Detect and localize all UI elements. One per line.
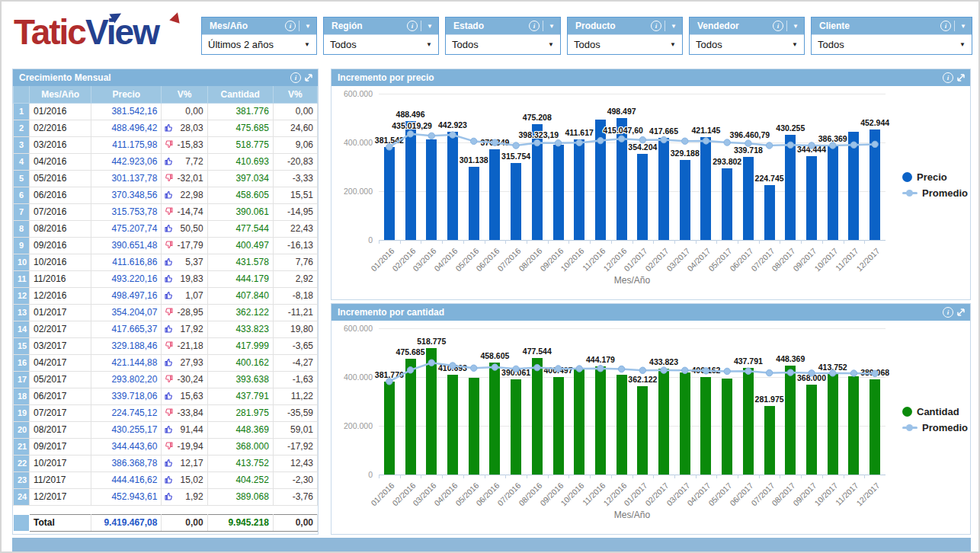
filter-mes-ano-select[interactable]: Últimos 2 años▼: [202, 34, 316, 54]
filter-region-select[interactable]: Todos▼: [324, 34, 438, 54]
precio-bar-06/2016[interactable]: [489, 149, 500, 240]
cantidad-bar-01/2017[interactable]: [637, 386, 648, 475]
promedio-point[interactable]: [745, 140, 751, 146]
collapse-caret-icon[interactable]: ▼: [668, 23, 679, 30]
promedio-point[interactable]: [787, 142, 793, 148]
table-row[interactable]: 2412/2017452.943,611,92389.068-3,76: [14, 488, 318, 505]
table-row[interactable]: 606/2016370.348,5622,98458.60515,51: [14, 187, 318, 203]
cantidad-bar-06/2016[interactable]: [489, 363, 500, 475]
collapse-caret-icon[interactable]: ▼: [790, 23, 801, 30]
legend-item-promedio[interactable]: Promedio: [902, 187, 968, 199]
promedio-point[interactable]: [492, 364, 498, 370]
promedio-point[interactable]: [830, 142, 836, 149]
promedio-point[interactable]: [682, 138, 688, 144]
cantidad-bar-02/2017[interactable]: [658, 369, 669, 475]
promedio-point[interactable]: [513, 366, 519, 372]
table-row[interactable]: 1604/2017421.144,8827,93400.162-4,27: [14, 354, 318, 371]
info-icon[interactable]: i: [529, 21, 540, 31]
promedio-point[interactable]: [766, 369, 772, 376]
promedio-point[interactable]: [576, 139, 582, 145]
table-row[interactable]: 1503/2017329.188,46-21,18417.999-3,65: [14, 337, 318, 354]
precio-bar-09/2016[interactable]: [553, 145, 564, 240]
cantidad-bar-06/2017[interactable]: [743, 368, 754, 475]
cantidad-bar-09/2017[interactable]: [806, 385, 817, 475]
table-row[interactable]: 1301/2017354.204,07-28,95362.122-11,21: [14, 304, 318, 321]
promedio-point[interactable]: [872, 141, 878, 147]
table-row[interactable]: 202/2016488.496,4228,03475.68524,60: [14, 120, 318, 136]
promedio-point[interactable]: [555, 140, 561, 146]
info-icon[interactable]: i: [290, 72, 301, 83]
cantidad-bar-12/2017[interactable]: [870, 379, 880, 475]
table-row[interactable]: 707/2016315.753,78-14,74390.061-14,95: [14, 203, 318, 220]
cantidad-bar-11/2017[interactable]: [848, 376, 859, 475]
promedio-point[interactable]: [787, 369, 793, 376]
precio-bar-06/2017[interactable]: [743, 157, 754, 240]
cantidad-bar-07/2017[interactable]: [764, 406, 775, 475]
promedio-point[interactable]: [703, 138, 709, 144]
cantidad-bar-07/2016[interactable]: [511, 379, 521, 475]
precio-bar-10/2016[interactable]: [574, 139, 584, 240]
promedio-point[interactable]: [682, 367, 688, 373]
legend-item-promedio[interactable]: Promedio: [902, 422, 968, 433]
promedio-point[interactable]: [703, 368, 709, 374]
expand-icon[interactable]: [956, 308, 966, 317]
legend-item-cantidad[interactable]: Cantidad: [902, 406, 968, 417]
cantidad-bar-03/2017[interactable]: [680, 372, 690, 475]
precio-bar-04/2017[interactable]: [700, 137, 711, 240]
table-row[interactable]: 1907/2017224.745,12-33,84281.975-35,59: [14, 404, 318, 421]
promedio-point[interactable]: [809, 142, 815, 149]
precio-bar-04/2016[interactable]: [447, 132, 458, 240]
promedio-point[interactable]: [576, 366, 582, 372]
table-row[interactable]: 404/2016442.923,067,72410.693-20,83: [14, 153, 318, 170]
promedio-point[interactable]: [639, 136, 645, 142]
table-row[interactable]: 1402/2017417.665,3717,92433.82319,80: [14, 321, 318, 337]
cantidad-bar-08/2016[interactable]: [532, 358, 543, 475]
promedio-point[interactable]: [534, 364, 540, 370]
cantidad-bar-12/2016[interactable]: [617, 375, 627, 475]
table-row[interactable]: 2109/2017344.443,60-19,94368.000-17,92: [14, 438, 318, 455]
precio-bar-05/2016[interactable]: [469, 167, 479, 240]
promedio-point[interactable]: [745, 368, 751, 374]
collapse-caret-icon[interactable]: ▼: [958, 23, 969, 30]
promedio-point[interactable]: [618, 366, 624, 372]
precio-bar-01/2016[interactable]: [384, 147, 395, 240]
filter-estado-select[interactable]: Todos▼: [446, 34, 560, 54]
promedio-point[interactable]: [724, 139, 730, 145]
cantidad-bar-04/2016[interactable]: [447, 375, 458, 475]
precio-bar-07/2017[interactable]: [764, 185, 775, 240]
promedio-point[interactable]: [830, 370, 836, 376]
promedio-point[interactable]: [661, 367, 667, 373]
table-row[interactable]: 1806/2017339.718,0615,63437.79111,22: [14, 388, 318, 404]
precio-bar-07/2016[interactable]: [511, 163, 521, 240]
precio-bar-08/2017[interactable]: [785, 135, 796, 240]
promedio-point[interactable]: [407, 131, 413, 137]
promedio-point[interactable]: [407, 367, 413, 373]
collapse-caret-icon[interactable]: ▼: [424, 23, 435, 30]
cantidad-bar-10/2017[interactable]: [828, 374, 838, 475]
info-icon[interactable]: i: [651, 21, 661, 31]
promedio-point[interactable]: [534, 139, 540, 145]
precio-bar-02/2017[interactable]: [658, 138, 669, 240]
expand-icon[interactable]: [304, 73, 313, 82]
table-row[interactable]: 1010/2016411.616,865,37431.5787,76: [14, 254, 318, 270]
promedio-point[interactable]: [386, 379, 392, 385]
promedio-point[interactable]: [470, 365, 476, 371]
table-row[interactable]: 1705/2017293.802,20-30,24393.638-1,63: [14, 371, 318, 388]
promedio-point[interactable]: [492, 139, 498, 145]
promedio-point[interactable]: [597, 137, 604, 143]
table-row[interactable]: 808/2016475.207,7450,50477.54422,43: [14, 220, 318, 237]
promedio-point[interactable]: [639, 367, 645, 373]
promedio-point[interactable]: [428, 360, 434, 366]
collapse-caret-icon[interactable]: ▼: [303, 23, 313, 30]
promedio-point[interactable]: [428, 133, 434, 139]
table-row[interactable]: 2210/2017386.368,7812,17413.75212,43: [14, 455, 318, 471]
cantidad-bar-05/2017[interactable]: [722, 379, 732, 475]
precio-bar-01/2017[interactable]: [637, 154, 648, 240]
collapse-caret-icon[interactable]: ▼: [546, 23, 557, 30]
info-icon[interactable]: i: [285, 21, 296, 31]
promedio-point[interactable]: [850, 142, 857, 148]
table-row[interactable]: 2008/2017430.255,1791,44448.36959,01: [14, 421, 318, 438]
table-row[interactable]: 1212/2016498.497,161,07407.840-8,18: [14, 287, 318, 304]
cantidad-bar-05/2016[interactable]: [469, 378, 479, 475]
table-row[interactable]: 303/2016411.175,98-15,83518.7759,06: [14, 136, 318, 153]
